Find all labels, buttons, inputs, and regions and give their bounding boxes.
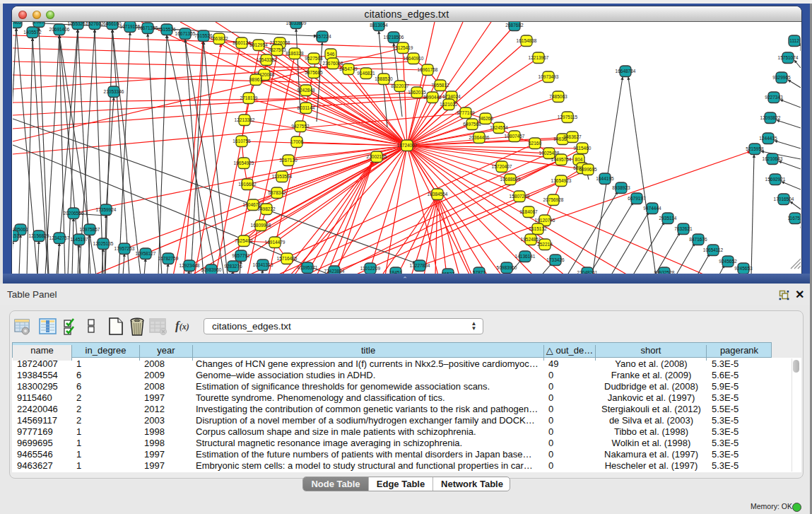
svg-text:1405572: 1405572 [23, 30, 42, 35]
svg-text:19218506: 19218506 [384, 35, 404, 40]
svg-text:20364436: 20364436 [469, 135, 490, 140]
svg-text:21053346: 21053346 [104, 89, 124, 94]
svg-text:10975857: 10975857 [80, 227, 100, 232]
svg-text:16671355: 16671355 [175, 31, 196, 36]
svg-text:12025135: 12025135 [93, 241, 114, 246]
svg-text:10543382: 10543382 [257, 57, 277, 62]
svg-text:12093822: 12093822 [760, 115, 781, 120]
svg-text:2069: 2069 [34, 22, 45, 24]
svg-text:19524851: 19524851 [521, 237, 541, 242]
svg-text:8322037: 8322037 [391, 83, 409, 88]
svg-text:12156829: 12156829 [29, 233, 49, 238]
svg-text:2718119: 2718119 [240, 95, 258, 100]
svg-text:7663822: 7663822 [210, 36, 228, 41]
svg-text:1824554: 1824554 [490, 125, 508, 130]
svg-text:8813054: 8813054 [370, 23, 388, 28]
svg-text:1610755: 1610755 [233, 139, 251, 144]
svg-text:62160: 62160 [529, 141, 541, 146]
svg-text:6734024: 6734024 [442, 94, 461, 99]
svg-text:7857224: 7857224 [313, 34, 331, 39]
svg-text:1916682: 1916682 [238, 182, 257, 187]
svg-text:6497568: 6497568 [463, 122, 481, 127]
svg-text:15716485: 15716485 [277, 256, 298, 261]
svg-text:11353594: 11353594 [272, 174, 293, 179]
svg-text:7625402: 7625402 [235, 238, 253, 243]
svg-text:39151: 39151 [13, 233, 19, 238]
svg-text:50983960: 50983960 [201, 267, 222, 272]
svg-text:5215958: 5215958 [746, 146, 764, 151]
svg-text:13654923: 13654923 [551, 178, 572, 183]
svg-text:9146821: 9146821 [357, 71, 375, 76]
svg-text:98961: 98961 [249, 77, 262, 82]
svg-text:13125419: 13125419 [393, 45, 413, 50]
svg-text:16961758: 16961758 [418, 67, 438, 72]
svg-text:19384554: 19384554 [428, 192, 448, 197]
svg-text:8471676: 8471676 [689, 237, 707, 242]
svg-text:9463627: 9463627 [563, 134, 582, 139]
svg-text:8186328: 8186328 [286, 51, 304, 56]
svg-text:10654112: 10654112 [703, 247, 724, 252]
svg-text:5875685: 5875685 [305, 70, 323, 75]
svg-text:8660124: 8660124 [233, 40, 251, 45]
svg-text:8990448: 8990448 [423, 95, 442, 100]
svg-text:16671355: 16671355 [138, 25, 158, 30]
svg-text:19120746: 19120746 [535, 218, 555, 223]
svg-text:1615132: 1615132 [529, 226, 547, 231]
svg-text:7515526: 7515526 [158, 27, 176, 32]
svg-text:16154838: 16154838 [517, 38, 537, 43]
svg-text:1644195: 1644195 [596, 176, 614, 181]
svg-text:9242848: 9242848 [297, 88, 315, 93]
svg-text:3267130: 3267130 [279, 158, 298, 163]
svg-text:23676068: 23676068 [323, 61, 343, 66]
svg-text:10688609: 10688609 [500, 177, 521, 182]
svg-text:17006: 17006 [290, 139, 303, 144]
svg-text:1621022: 1621022 [440, 102, 458, 107]
svg-text:1112: 1112 [789, 38, 799, 43]
svg-text:50983960: 50983960 [497, 265, 517, 270]
svg-text:20206556: 20206556 [64, 211, 84, 216]
svg-text:9777109: 9777109 [457, 110, 475, 115]
svg-text:12975115: 12975115 [558, 115, 578, 119]
svg-text:11012209: 11012209 [360, 266, 381, 271]
svg-text:2687682: 2687682 [505, 23, 524, 28]
svg-text:23002135: 23002135 [367, 154, 387, 159]
svg-text:12342757: 12342757 [49, 235, 70, 240]
svg-text:6679197: 6679197 [628, 196, 646, 201]
svg-text:804: 804 [575, 157, 583, 162]
svg-text:9427552: 9427552 [291, 124, 310, 129]
svg-text:9474444: 9474444 [643, 206, 661, 211]
svg-text:6899695: 6899695 [579, 167, 597, 172]
svg-text:1405: 1405 [13, 22, 22, 25]
svg-text:15692921: 15692921 [765, 177, 786, 182]
svg-text:9827503: 9827503 [268, 47, 286, 52]
svg-text:72423884: 72423884 [324, 269, 345, 274]
svg-text:10973493: 10973493 [539, 74, 559, 79]
svg-text:19654925: 19654925 [234, 160, 254, 165]
svg-text:12213967: 12213967 [529, 55, 549, 60]
svg-text:9227343: 9227343 [765, 95, 783, 100]
svg-text:9657791: 9657791 [232, 253, 250, 258]
svg-text:1588520: 1588520 [375, 76, 393, 81]
svg-text:7955812: 7955812 [431, 83, 449, 88]
svg-text:12923448: 12923448 [180, 263, 200, 268]
svg-text:9329965: 9329965 [772, 75, 791, 80]
svg-text:12213382: 12213382 [235, 117, 255, 122]
svg-text:20756928: 20756928 [543, 197, 564, 202]
svg-text:746266: 746266 [478, 116, 493, 121]
svg-text:16782759: 16782759 [158, 256, 179, 261]
svg-text:7632621: 7632621 [674, 226, 693, 231]
svg-text:8912954: 8912954 [249, 42, 268, 47]
svg-text:41395371: 41395371 [298, 265, 318, 270]
svg-text:17016504: 17016504 [774, 197, 794, 201]
svg-text:1362015: 1362015 [408, 90, 426, 95]
svg-text:14136141: 14136141 [515, 254, 536, 259]
svg-text:1733426: 1733426 [546, 257, 565, 262]
svg-text:5878342: 5878342 [268, 190, 286, 195]
svg-text:9498222: 9498222 [257, 206, 276, 211]
svg-text:17359924: 17359924 [96, 207, 117, 212]
svg-text:16033809: 16033809 [286, 22, 307, 25]
svg-text:16210643: 16210643 [763, 156, 783, 161]
svg-text:17957253: 17957253 [114, 246, 135, 251]
svg-text:9283276: 9283276 [224, 264, 242, 269]
svg-text:8454749: 8454749 [339, 66, 358, 71]
